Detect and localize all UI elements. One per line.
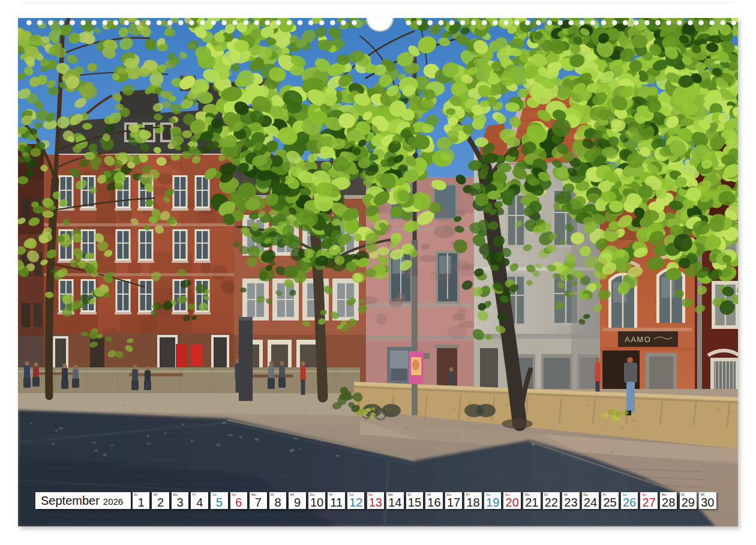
svg-text:AAMO: AAMO: [625, 335, 651, 344]
